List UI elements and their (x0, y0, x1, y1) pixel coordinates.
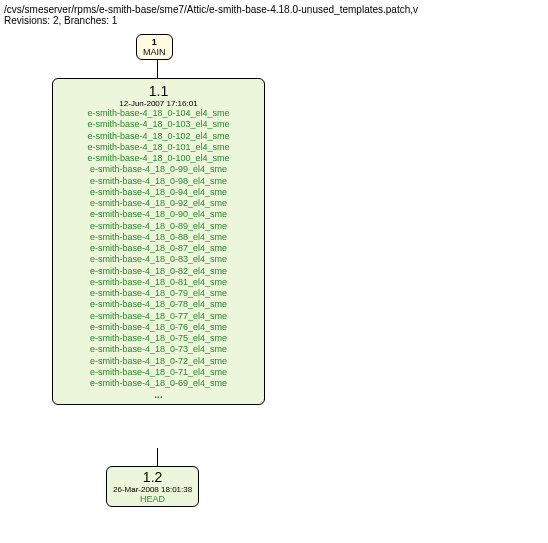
tag-line: e-smith-base-4_18_0-69_el4_sme (61, 378, 256, 389)
tag-line: e-smith-base-4_18_0-99_el4_sme (61, 164, 256, 175)
tag-line: e-smith-base-4_18_0-79_el4_sme (61, 288, 256, 299)
tag-line: e-smith-base-4_18_0-87_el4_sme (61, 243, 256, 254)
revision-1-2-label: 1.2 (113, 469, 192, 485)
revision-1-2-date: 26-Mar-2008 18:01:38 (113, 485, 192, 494)
revision-graph: 1 MAIN 1.1 12-Jun-2007 17:16:01 e-smith-… (4, 32, 544, 532)
branch-node-main: 1 MAIN (136, 34, 173, 60)
tag-line: e-smith-base-4_18_0-100_el4_sme (61, 153, 256, 164)
tag-line: e-smith-base-4_18_0-83_el4_sme (61, 254, 256, 265)
tag-line: e-smith-base-4_18_0-101_el4_sme (61, 142, 256, 153)
revision-node-1-1: 1.1 12-Jun-2007 17:16:01 e-smith-base-4_… (52, 78, 265, 405)
tag-line: e-smith-base-4_18_0-78_el4_sme (61, 299, 256, 310)
branch-number: 1 (152, 37, 157, 47)
revision-1-2-head: HEAD (113, 494, 192, 504)
tag-line: e-smith-base-4_18_0-94_el4_sme (61, 187, 256, 198)
tag-line: e-smith-base-4_18_0-76_el4_sme (61, 322, 256, 333)
file-path: /cvs/smeserver/rpms/e-smith-base/sme7/At… (4, 4, 544, 15)
tag-line: e-smith-base-4_18_0-104_el4_sme (61, 108, 256, 119)
tag-line: e-smith-base-4_18_0-98_el4_sme (61, 176, 256, 187)
revision-1-1-tags: e-smith-base-4_18_0-104_el4_smee-smith-b… (61, 108, 256, 389)
revision-1-1-ellipsis: ... (61, 389, 256, 400)
tag-line: e-smith-base-4_18_0-73_el4_sme (61, 344, 256, 355)
tag-line: e-smith-base-4_18_0-103_el4_sme (61, 119, 256, 130)
tag-line: e-smith-base-4_18_0-81_el4_sme (61, 277, 256, 288)
branch-name: MAIN (143, 47, 166, 57)
revisions-summary: Revisions: 2, Branches: 1 (4, 15, 544, 26)
tag-line: e-smith-base-4_18_0-89_el4_sme (61, 221, 256, 232)
edge-branch-to-1-1 (157, 60, 158, 78)
tag-line: e-smith-base-4_18_0-71_el4_sme (61, 367, 256, 378)
tag-line: e-smith-base-4_18_0-82_el4_sme (61, 266, 256, 277)
tag-line: e-smith-base-4_18_0-88_el4_sme (61, 232, 256, 243)
tag-line: e-smith-base-4_18_0-92_el4_sme (61, 198, 256, 209)
tag-line: e-smith-base-4_18_0-72_el4_sme (61, 356, 256, 367)
tag-line: e-smith-base-4_18_0-102_el4_sme (61, 131, 256, 142)
edge-1-1-to-1-2 (157, 448, 158, 466)
revision-1-1-label: 1.1 (61, 83, 256, 99)
tag-line: e-smith-base-4_18_0-90_el4_sme (61, 209, 256, 220)
tag-line: e-smith-base-4_18_0-75_el4_sme (61, 333, 256, 344)
revision-1-1-date: 12-Jun-2007 17:16:01 (61, 99, 256, 108)
tag-line: e-smith-base-4_18_0-77_el4_sme (61, 311, 256, 322)
revision-node-1-2: 1.2 26-Mar-2008 18:01:38 HEAD (106, 466, 199, 507)
